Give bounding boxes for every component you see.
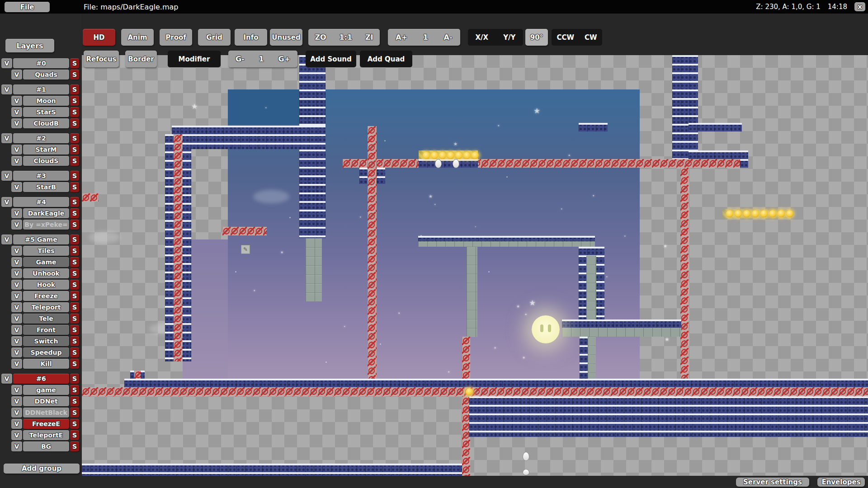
- group-visible-toggle[interactable]: V: [1, 197, 12, 207]
- layer-detail-toggle[interactable]: S: [70, 347, 79, 357]
- layer-visible-toggle[interactable]: V: [11, 359, 22, 369]
- group-detail-toggle[interactable]: S: [70, 84, 79, 94]
- layer-detail-toggle[interactable]: S: [70, 291, 79, 301]
- layer-visible-toggle[interactable]: V: [11, 408, 22, 418]
- flip-y-button[interactable]: Y/Y: [503, 33, 515, 42]
- layer-visible-toggle[interactable]: V: [11, 385, 22, 395]
- group-detail-toggle[interactable]: S: [70, 197, 79, 207]
- layer-visible-toggle[interactable]: V: [11, 182, 22, 192]
- layer-detail-toggle[interactable]: S: [70, 208, 79, 218]
- layer-name-button[interactable]: Teleport: [23, 302, 69, 312]
- group-name-button[interactable]: #0: [13, 58, 69, 68]
- layer-name-button[interactable]: CloudB: [23, 118, 69, 128]
- layer-name-button[interactable]: Freeze: [23, 291, 69, 301]
- anim-slower-button[interactable]: A-: [444, 33, 453, 42]
- layer-visible-toggle[interactable]: V: [11, 430, 22, 440]
- layer-name-button[interactable]: BG: [23, 441, 69, 451]
- border-button[interactable]: Border: [125, 51, 157, 67]
- group-name-button[interactable]: #5 Game: [13, 235, 69, 244]
- layer-name-button[interactable]: TeleportE: [23, 430, 69, 440]
- anim-toggle-button[interactable]: Anim: [121, 29, 154, 46]
- layer-visible-toggle[interactable]: V: [11, 396, 22, 406]
- layer-detail-toggle[interactable]: S: [70, 220, 79, 230]
- close-icon[interactable]: X: [854, 2, 865, 11]
- group-name-button[interactable]: #2: [13, 133, 69, 143]
- layer-detail-toggle[interactable]: S: [70, 268, 79, 278]
- server-settings-button[interactable]: Server settings: [736, 478, 809, 487]
- group-visible-toggle[interactable]: V: [1, 84, 12, 94]
- layer-name-button[interactable]: Quads: [23, 70, 69, 80]
- group-visible-toggle[interactable]: V: [1, 133, 12, 143]
- flip-x-button[interactable]: X/X: [476, 33, 489, 42]
- rotate-90-button[interactable]: 90°: [525, 29, 548, 46]
- layer-detail-toggle[interactable]: S: [70, 246, 79, 256]
- rotate-ccw-button[interactable]: CCW: [557, 33, 574, 42]
- layer-visible-toggle[interactable]: V: [11, 419, 22, 429]
- proof-toggle-button[interactable]: Proof: [160, 29, 192, 46]
- grid-increase-button[interactable]: G+: [278, 55, 291, 63]
- rotate-cw-button[interactable]: CW: [585, 33, 597, 42]
- layer-detail-toggle[interactable]: S: [70, 441, 79, 451]
- zoom-in-button[interactable]: ZI: [365, 33, 373, 42]
- layer-detail-toggle[interactable]: S: [70, 359, 79, 369]
- layer-name-button[interactable]: DDNet: [23, 396, 69, 406]
- layer-visible-toggle[interactable]: V: [11, 347, 22, 357]
- group-visible-toggle[interactable]: V: [1, 374, 12, 384]
- layer-name-button[interactable]: CloudS: [23, 156, 69, 166]
- layer-visible-toggle[interactable]: V: [11, 246, 22, 256]
- layer-name-button[interactable]: Speedup: [23, 347, 69, 357]
- layer-detail-toggle[interactable]: S: [70, 396, 79, 406]
- layer-visible-toggle[interactable]: V: [11, 145, 22, 155]
- info-toggle-button[interactable]: Info: [235, 29, 267, 46]
- modifier-button[interactable]: Modifier: [168, 51, 221, 67]
- layer-visible-toggle[interactable]: V: [11, 96, 22, 106]
- layer-visible-toggle[interactable]: V: [11, 314, 22, 324]
- layer-visible-toggle[interactable]: V: [11, 107, 22, 117]
- group-detail-toggle[interactable]: S: [70, 374, 79, 384]
- layer-name-button[interactable]: Unhook: [23, 268, 69, 278]
- layer-detail-toggle[interactable]: S: [70, 118, 79, 128]
- grid-toggle-button[interactable]: Grid: [198, 29, 231, 46]
- layer-name-button[interactable]: FreezeE: [23, 419, 69, 429]
- add-group-button[interactable]: Add group: [4, 464, 80, 474]
- layer-visible-toggle[interactable]: V: [11, 208, 22, 218]
- group-name-button[interactable]: #3: [13, 171, 69, 181]
- layer-name-button[interactable]: StarB: [23, 182, 69, 192]
- layer-name-button[interactable]: Hook: [23, 280, 69, 290]
- group-name-button[interactable]: #1: [13, 84, 69, 94]
- layer-name-button[interactable]: StarS: [23, 107, 69, 117]
- layer-name-button[interactable]: Moon: [23, 96, 69, 106]
- group-visible-toggle[interactable]: V: [1, 58, 12, 68]
- anim-faster-button[interactable]: A+: [396, 33, 407, 42]
- layer-name-button[interactable]: DarkEagle: [23, 208, 69, 218]
- group-name-button[interactable]: #6: [13, 374, 69, 384]
- layer-detail-toggle[interactable]: S: [70, 336, 79, 346]
- layer-detail-toggle[interactable]: S: [70, 182, 79, 192]
- grid-decrease-button[interactable]: G-: [236, 55, 245, 63]
- layer-detail-toggle[interactable]: S: [70, 314, 79, 324]
- layer-detail-toggle[interactable]: S: [70, 280, 79, 290]
- group-detail-toggle[interactable]: S: [70, 171, 79, 181]
- envelopes-button[interactable]: Envelopes: [817, 478, 865, 487]
- layer-name-button[interactable]: By =xPeke=: [23, 220, 69, 230]
- unused-toggle-button[interactable]: Unused: [270, 29, 302, 46]
- layer-detail-toggle[interactable]: S: [70, 145, 79, 155]
- group-visible-toggle[interactable]: V: [1, 171, 12, 181]
- file-menu-button[interactable]: File: [5, 2, 50, 12]
- layer-detail-toggle[interactable]: S: [70, 257, 79, 267]
- zoom-out-button[interactable]: ZO: [315, 33, 326, 42]
- add-quad-button[interactable]: Add Quad: [360, 51, 412, 67]
- map-canvas[interactable]: ★★★★★★★★★★★★★★★★★★★★★★★★★★★★✎: [82, 55, 868, 476]
- layer-detail-toggle[interactable]: S: [70, 70, 79, 80]
- layer-detail-toggle[interactable]: S: [70, 430, 79, 440]
- layer-name-button[interactable]: Front: [23, 325, 69, 335]
- layer-detail-toggle[interactable]: S: [70, 408, 79, 418]
- layer-visible-toggle[interactable]: V: [11, 302, 22, 312]
- layer-visible-toggle[interactable]: V: [11, 325, 22, 335]
- add-sound-button[interactable]: Add Sound: [306, 51, 356, 67]
- layer-visible-toggle[interactable]: V: [11, 118, 22, 128]
- hd-toggle-button[interactable]: HD: [83, 29, 115, 46]
- layer-name-button[interactable]: Tele: [23, 314, 69, 324]
- layer-visible-toggle[interactable]: V: [11, 220, 22, 230]
- layer-visible-toggle[interactable]: V: [11, 257, 22, 267]
